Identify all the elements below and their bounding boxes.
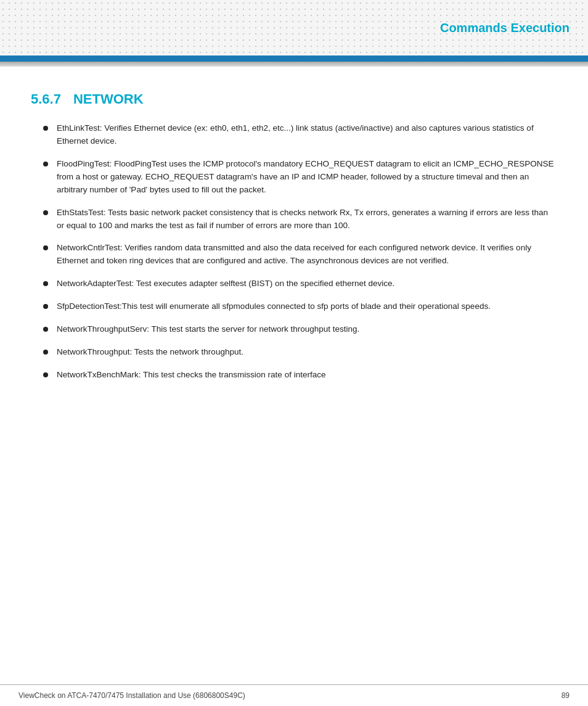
footer-left-text: ViewCheck on ATCA-7470/7475 Installation… — [18, 691, 245, 700]
section-title: NETWORK — [73, 91, 144, 107]
bullet-dot-icon — [43, 304, 48, 309]
network-bullet-list: EthLinkTest: Verifies Ethernet device (e… — [31, 122, 557, 382]
bullet-dot-icon — [43, 350, 48, 355]
list-item: EthLinkTest: Verifies Ethernet device (e… — [43, 122, 557, 148]
bullet-text-6: NetworkThroughputServ: This test starts … — [57, 323, 557, 336]
bullet-text-5: SfpDetectionTest:This test will enumerat… — [57, 300, 557, 313]
header-title-container: Commands Execution — [0, 0, 588, 55]
list-item: NetworkTxBenchMark: This test checks the… — [43, 369, 557, 382]
bullet-text-0: EthLinkTest: Verifies Ethernet device (e… — [57, 122, 557, 148]
bullet-dot-icon — [43, 245, 48, 250]
section-number: 5.6.7 — [31, 91, 61, 107]
bullet-dot-icon — [43, 162, 48, 166]
bullet-dot-icon — [43, 210, 48, 215]
main-content: 5.6.7 NETWORK EthLinkTest: Verifies Ethe… — [0, 67, 588, 441]
list-item: NetworkThroughput: Tests the network thr… — [43, 346, 557, 359]
footer: ViewCheck on ATCA-7470/7475 Installation… — [0, 684, 588, 706]
list-item: FloodPingTest: FloodPingTest uses the IC… — [43, 158, 557, 197]
grey-stripe — [0, 62, 588, 67]
blue-stripe — [0, 55, 588, 62]
footer-page-number: 89 — [561, 691, 570, 700]
page-title: Commands Execution — [440, 21, 570, 35]
bullet-dot-icon — [43, 327, 48, 332]
list-item: SfpDetectionTest:This test will enumerat… — [43, 300, 557, 313]
list-item: NetworkAdapterTest: Test executes adapte… — [43, 277, 557, 290]
bullet-text-7: NetworkThroughput: Tests the network thr… — [57, 346, 557, 359]
list-item: NetworkCntlrTest: Verifies random data t… — [43, 242, 557, 268]
list-item: NetworkThroughputServ: This test starts … — [43, 323, 557, 336]
list-item: EthStatsTest: Tests basic network packet… — [43, 207, 557, 232]
bullet-text-3: NetworkCntlrTest: Verifies random data t… — [57, 242, 557, 268]
section-heading: 5.6.7 NETWORK — [31, 91, 557, 107]
bullet-text-8: NetworkTxBenchMark: This test checks the… — [57, 369, 557, 382]
bullet-dot-icon — [43, 126, 48, 131]
bullet-text-1: FloodPingTest: FloodPingTest uses the IC… — [57, 158, 557, 197]
header: Commands Execution — [0, 0, 588, 55]
bullet-text-2: EthStatsTest: Tests basic network packet… — [57, 207, 557, 232]
bullet-dot-icon — [43, 281, 48, 286]
bullet-text-4: NetworkAdapterTest: Test executes adapte… — [57, 277, 557, 290]
bullet-dot-icon — [43, 372, 48, 377]
